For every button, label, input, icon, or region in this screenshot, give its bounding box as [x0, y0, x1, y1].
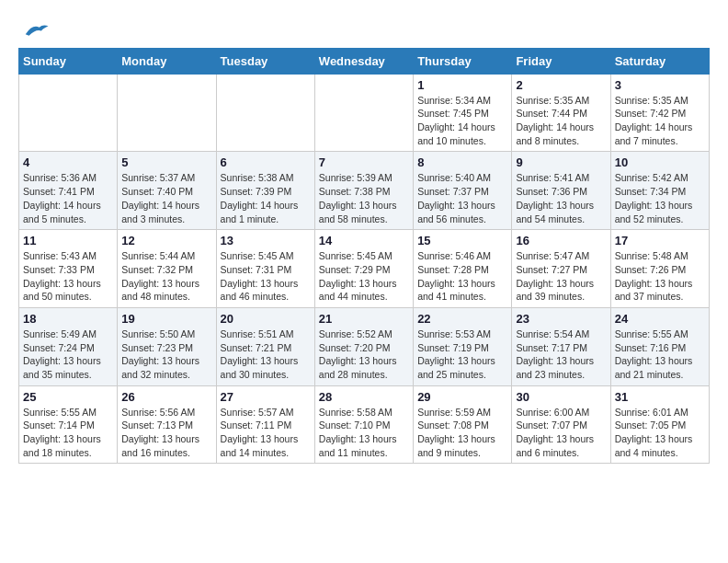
day-info: Sunrise: 5:58 AM Sunset: 7:10 PM Dayligh…	[319, 406, 409, 460]
day-info: Sunrise: 6:01 AM Sunset: 7:05 PM Dayligh…	[615, 406, 705, 460]
calendar-cell: 23Sunrise: 5:54 AM Sunset: 7:17 PM Dayli…	[512, 307, 610, 385]
day-number: 21	[319, 312, 409, 326]
calendar-cell: 12Sunrise: 5:44 AM Sunset: 7:32 PM Dayli…	[118, 230, 216, 308]
calendar-cell: 6Sunrise: 5:38 AM Sunset: 7:39 PM Daylig…	[216, 152, 314, 230]
day-info: Sunrise: 5:44 AM Sunset: 7:32 PM Dayligh…	[121, 249, 211, 304]
calendar-cell	[19, 74, 118, 152]
logo-bird-icon	[22, 19, 50, 42]
calendar-cell: 24Sunrise: 5:55 AM Sunset: 7:16 PM Dayli…	[610, 307, 709, 385]
day-number: 30	[516, 390, 606, 404]
day-number: 22	[417, 312, 507, 326]
day-number: 4	[23, 155, 113, 169]
calendar-cell: 13Sunrise: 5:45 AM Sunset: 7:31 PM Dayli…	[216, 230, 314, 308]
calendar-cell: 30Sunrise: 6:00 AM Sunset: 7:07 PM Dayli…	[512, 385, 610, 464]
calendar-cell	[118, 74, 216, 152]
day-number: 1	[417, 78, 507, 92]
day-info: Sunrise: 5:47 AM Sunset: 7:27 PM Dayligh…	[516, 249, 606, 304]
day-info: Sunrise: 5:46 AM Sunset: 7:28 PM Dayligh…	[417, 249, 507, 304]
day-number: 9	[516, 155, 606, 169]
day-info: Sunrise: 5:38 AM Sunset: 7:39 PM Dayligh…	[221, 171, 311, 225]
day-info: Sunrise: 5:55 AM Sunset: 7:16 PM Dayligh…	[615, 327, 705, 382]
day-number: 31	[615, 390, 705, 404]
day-info: Sunrise: 5:51 AM Sunset: 7:21 PM Dayligh…	[221, 327, 311, 382]
calendar-cell: 8Sunrise: 5:40 AM Sunset: 7:37 PM Daylig…	[414, 152, 512, 230]
calendar-cell: 31Sunrise: 6:01 AM Sunset: 7:05 PM Dayli…	[610, 385, 709, 464]
day-number: 2	[516, 78, 606, 92]
calendar-cell: 18Sunrise: 5:49 AM Sunset: 7:24 PM Dayli…	[19, 307, 118, 385]
column-header-wednesday: Wednesday	[314, 48, 413, 74]
day-info: Sunrise: 5:54 AM Sunset: 7:17 PM Dayligh…	[516, 327, 606, 382]
calendar-cell: 14Sunrise: 5:45 AM Sunset: 7:29 PM Dayli…	[314, 230, 413, 308]
day-number: 11	[23, 234, 113, 247]
calendar-cell: 27Sunrise: 5:57 AM Sunset: 7:11 PM Dayli…	[216, 385, 314, 464]
day-number: 16	[516, 234, 606, 247]
day-number: 3	[615, 78, 705, 92]
calendar-cell: 17Sunrise: 5:48 AM Sunset: 7:26 PM Dayli…	[610, 230, 709, 308]
calendar-cell: 1Sunrise: 5:34 AM Sunset: 7:45 PM Daylig…	[414, 74, 512, 152]
day-number: 26	[121, 390, 211, 404]
day-number: 19	[121, 312, 211, 326]
calendar-header-row: SundayMondayTuesdayWednesdayThursdayFrid…	[19, 48, 710, 74]
calendar-cell: 19Sunrise: 5:50 AM Sunset: 7:23 PM Dayli…	[118, 307, 216, 385]
page-header	[18, 18, 710, 39]
day-number: 29	[417, 390, 507, 404]
column-header-saturday: Saturday	[610, 48, 709, 74]
day-info: Sunrise: 5:57 AM Sunset: 7:11 PM Dayligh…	[221, 406, 311, 460]
calendar-cell: 5Sunrise: 5:37 AM Sunset: 7:40 PM Daylig…	[118, 152, 216, 230]
day-number: 13	[221, 234, 311, 247]
day-info: Sunrise: 6:00 AM Sunset: 7:07 PM Dayligh…	[516, 406, 606, 460]
day-number: 27	[221, 390, 311, 404]
day-info: Sunrise: 5:52 AM Sunset: 7:20 PM Dayligh…	[319, 327, 409, 382]
day-number: 15	[417, 234, 507, 247]
day-info: Sunrise: 5:43 AM Sunset: 7:33 PM Dayligh…	[23, 249, 113, 304]
day-info: Sunrise: 5:37 AM Sunset: 7:40 PM Dayligh…	[121, 171, 211, 225]
day-number: 20	[221, 312, 311, 326]
calendar-cell: 25Sunrise: 5:55 AM Sunset: 7:14 PM Dayli…	[19, 385, 118, 464]
calendar-cell: 9Sunrise: 5:41 AM Sunset: 7:36 PM Daylig…	[512, 152, 610, 230]
column-header-tuesday: Tuesday	[216, 48, 314, 74]
calendar-cell	[314, 74, 413, 152]
day-number: 23	[516, 312, 606, 326]
column-header-sunday: Sunday	[19, 48, 118, 74]
day-info: Sunrise: 5:35 AM Sunset: 7:44 PM Dayligh…	[516, 94, 606, 148]
calendar-week-row: 11Sunrise: 5:43 AM Sunset: 7:33 PM Dayli…	[19, 230, 710, 308]
day-info: Sunrise: 5:50 AM Sunset: 7:23 PM Dayligh…	[121, 327, 211, 382]
calendar-cell	[216, 74, 314, 152]
calendar-week-row: 4Sunrise: 5:36 AM Sunset: 7:41 PM Daylig…	[19, 152, 710, 230]
day-info: Sunrise: 5:48 AM Sunset: 7:26 PM Dayligh…	[615, 249, 705, 304]
calendar-table: SundayMondayTuesdayWednesdayThursdayFrid…	[18, 48, 710, 465]
column-header-thursday: Thursday	[414, 48, 512, 74]
day-info: Sunrise: 5:55 AM Sunset: 7:14 PM Dayligh…	[23, 406, 113, 460]
column-header-monday: Monday	[118, 48, 216, 74]
calendar-cell: 15Sunrise: 5:46 AM Sunset: 7:28 PM Dayli…	[414, 230, 512, 308]
day-number: 12	[121, 234, 211, 247]
day-number: 6	[221, 155, 311, 169]
day-number: 24	[615, 312, 705, 326]
calendar-week-row: 1Sunrise: 5:34 AM Sunset: 7:45 PM Daylig…	[19, 74, 710, 152]
day-number: 8	[417, 155, 507, 169]
day-info: Sunrise: 5:40 AM Sunset: 7:37 PM Dayligh…	[417, 171, 507, 225]
calendar-cell: 2Sunrise: 5:35 AM Sunset: 7:44 PM Daylig…	[512, 74, 610, 152]
calendar-cell: 11Sunrise: 5:43 AM Sunset: 7:33 PM Dayli…	[19, 230, 118, 308]
day-info: Sunrise: 5:45 AM Sunset: 7:31 PM Dayligh…	[221, 249, 311, 304]
calendar-cell: 20Sunrise: 5:51 AM Sunset: 7:21 PM Dayli…	[216, 307, 314, 385]
logo	[18, 18, 50, 39]
day-info: Sunrise: 5:34 AM Sunset: 7:45 PM Dayligh…	[417, 94, 507, 148]
day-number: 7	[319, 155, 409, 169]
day-number: 14	[319, 234, 409, 247]
day-info: Sunrise: 5:42 AM Sunset: 7:34 PM Dayligh…	[615, 171, 705, 225]
calendar-cell: 21Sunrise: 5:52 AM Sunset: 7:20 PM Dayli…	[314, 307, 413, 385]
calendar-cell: 22Sunrise: 5:53 AM Sunset: 7:19 PM Dayli…	[414, 307, 512, 385]
calendar-week-row: 18Sunrise: 5:49 AM Sunset: 7:24 PM Dayli…	[19, 307, 710, 385]
day-info: Sunrise: 5:41 AM Sunset: 7:36 PM Dayligh…	[516, 171, 606, 225]
day-number: 25	[23, 390, 113, 404]
day-info: Sunrise: 5:56 AM Sunset: 7:13 PM Dayligh…	[121, 406, 211, 460]
day-info: Sunrise: 5:39 AM Sunset: 7:38 PM Dayligh…	[319, 171, 409, 225]
calendar-cell: 7Sunrise: 5:39 AM Sunset: 7:38 PM Daylig…	[314, 152, 413, 230]
day-info: Sunrise: 5:59 AM Sunset: 7:08 PM Dayligh…	[417, 406, 507, 460]
calendar-week-row: 25Sunrise: 5:55 AM Sunset: 7:14 PM Dayli…	[19, 385, 710, 464]
calendar-cell: 29Sunrise: 5:59 AM Sunset: 7:08 PM Dayli…	[414, 385, 512, 464]
day-info: Sunrise: 5:36 AM Sunset: 7:41 PM Dayligh…	[23, 171, 113, 225]
day-info: Sunrise: 5:53 AM Sunset: 7:19 PM Dayligh…	[417, 327, 507, 382]
day-info: Sunrise: 5:45 AM Sunset: 7:29 PM Dayligh…	[319, 249, 409, 304]
